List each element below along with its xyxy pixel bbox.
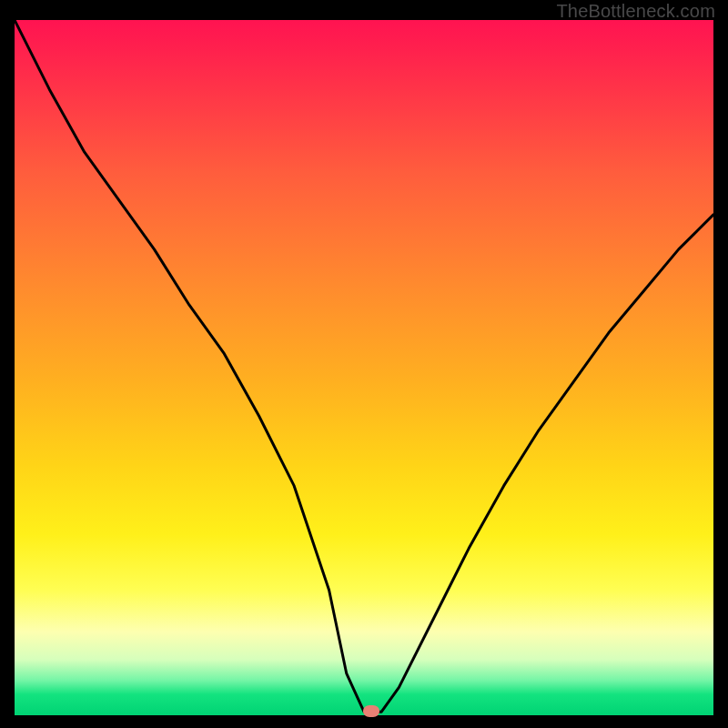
minimum-marker bbox=[363, 705, 379, 717]
bottleneck-curve bbox=[15, 20, 713, 715]
attribution-text: TheBottleneck.com bbox=[556, 2, 715, 20]
curve-path bbox=[15, 20, 713, 712]
plot-area bbox=[15, 20, 713, 715]
chart-container: TheBottleneck.com bbox=[0, 0, 728, 728]
